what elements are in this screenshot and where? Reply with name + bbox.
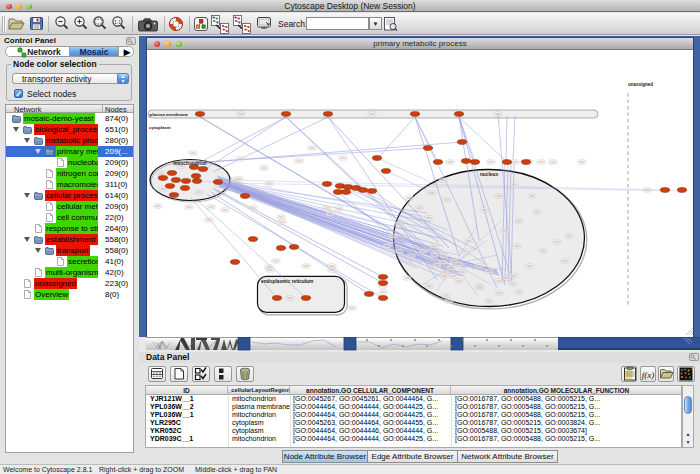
svg-text:f(x): f(x) xyxy=(642,370,655,380)
svg-text:plasma membrane: plasma membrane xyxy=(150,112,189,117)
svg-text:nucleus: nucleus xyxy=(480,172,498,177)
svg-text:cytoplasm: cytoplasm xyxy=(149,125,171,130)
svg-text:endoplasmic reticulum: endoplasmic reticulum xyxy=(261,279,313,284)
svg-text:unassigned: unassigned xyxy=(628,82,653,87)
svg-text:mitochondrion: mitochondrion xyxy=(173,161,207,166)
svg-text:1:1: 1:1 xyxy=(114,19,121,25)
